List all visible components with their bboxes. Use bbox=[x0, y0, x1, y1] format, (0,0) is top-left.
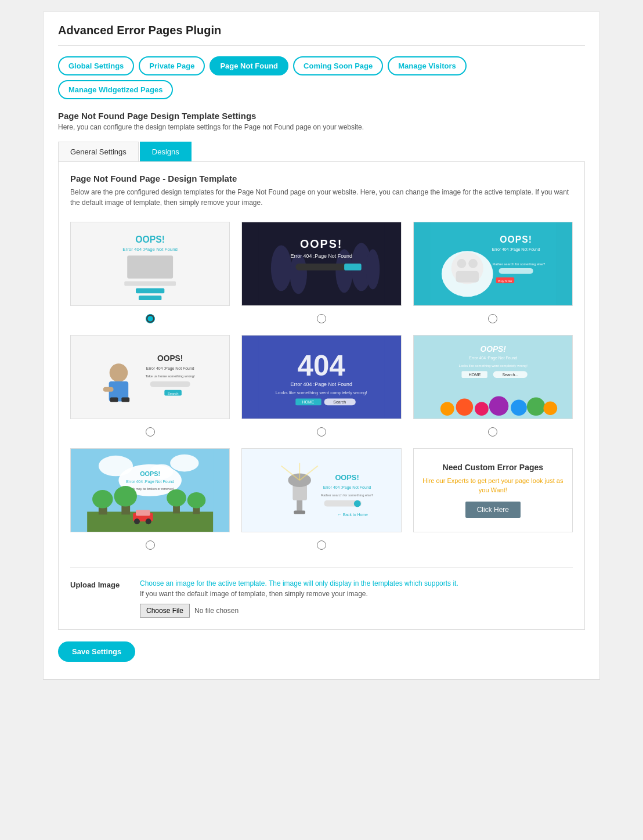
svg-point-63 bbox=[543, 401, 557, 415]
template-preview-7[interactable]: OOPS! Error 404 :Page Not Found The link… bbox=[70, 448, 230, 532]
radio-3[interactable] bbox=[488, 314, 497, 323]
svg-text:OOPS!: OOPS! bbox=[135, 235, 165, 244]
tab-global-settings[interactable]: Global Settings bbox=[58, 56, 134, 75]
svg-text:Error 404 :Page Not Found: Error 404 :Page Not Found bbox=[122, 247, 178, 252]
template-radio-1[interactable] bbox=[146, 314, 155, 323]
svg-rect-24 bbox=[456, 271, 478, 283]
template-item-8: OOPS! Error 404 :Page Not Found Rather s… bbox=[241, 448, 401, 550]
svg-point-12 bbox=[366, 249, 380, 289]
template-svg-6: OOPS! Error 404 :Page Not Found Looks li… bbox=[414, 336, 572, 419]
custom-box-title: Need Custom Error Pages bbox=[443, 463, 544, 472]
svg-text:Error 404 :Page Not Found: Error 404 :Page Not Found bbox=[469, 356, 517, 360]
radio-2[interactable] bbox=[317, 314, 326, 323]
design-template-card: Page Not Found Page - Design Template Be… bbox=[58, 161, 585, 630]
radio-6[interactable] bbox=[488, 427, 497, 437]
section-desc: Here, you can configure the design templ… bbox=[58, 123, 585, 131]
radio-8[interactable] bbox=[317, 540, 326, 550]
tab-coming-soon[interactable]: Coming Soon Page bbox=[293, 56, 383, 75]
template-item-5: 404 Error 404 :Page Not Found Looks like… bbox=[241, 335, 401, 437]
svg-point-59 bbox=[475, 402, 489, 416]
template-radio-2[interactable] bbox=[317, 314, 326, 323]
template-preview-5[interactable]: 404 Error 404 :Page Not Found Looks like… bbox=[241, 335, 401, 419]
radio-1[interactable] bbox=[146, 314, 155, 323]
svg-text:Error 404 :Page Not Found: Error 404 :Page Not Found bbox=[146, 366, 194, 371]
template-svg-8: OOPS! Error 404 :Page Not Found Rather s… bbox=[242, 449, 400, 532]
template-svg-1: OOPS! Error 404 :Page Not Found bbox=[71, 222, 229, 305]
svg-point-62 bbox=[527, 398, 546, 416]
svg-text:Looks like something went comp: Looks like something went completely wro… bbox=[458, 364, 528, 367]
svg-point-80 bbox=[187, 492, 206, 509]
template-item-custom: Need Custom Error Pages Hire our Experts… bbox=[413, 448, 573, 550]
template-svg-4: OOPS! Error 404 :Page Not Found Take us … bbox=[71, 336, 229, 419]
svg-text:Search: Search bbox=[168, 392, 179, 395]
template-preview-2[interactable]: OOPS! Error 404 :Page Not Found bbox=[241, 222, 401, 306]
template-radio-8[interactable] bbox=[317, 540, 326, 550]
tab-manage-widgetized[interactable]: Manage Widgetized Pages bbox=[58, 80, 173, 99]
svg-text:← Back to Home: ← Back to Home bbox=[338, 513, 368, 517]
template-preview-4[interactable]: OOPS! Error 404 :Page Not Found Take us … bbox=[70, 335, 230, 419]
template-radio-7[interactable] bbox=[146, 540, 155, 550]
svg-rect-15 bbox=[296, 264, 348, 271]
tab-page-not-found[interactable]: Page Not Found bbox=[209, 56, 288, 75]
svg-rect-33 bbox=[110, 398, 118, 402]
template-radio-3[interactable] bbox=[488, 314, 497, 323]
svg-text:Rather search for something el: Rather search for something else? bbox=[321, 493, 374, 497]
upload-desc2: If you want the default image of templat… bbox=[140, 590, 573, 598]
svg-rect-4 bbox=[124, 282, 176, 286]
svg-point-9 bbox=[290, 254, 308, 294]
radio-5[interactable] bbox=[317, 427, 326, 437]
template-item-3: OOPS! Error 404 :Page Not Found Rather s… bbox=[413, 222, 573, 323]
svg-text:Buy Now: Buy Now bbox=[498, 279, 512, 283]
svg-text:OOPS!: OOPS! bbox=[480, 345, 506, 354]
template-radio-6[interactable] bbox=[488, 427, 497, 437]
svg-text:Take us home something wrong!: Take us home something wrong! bbox=[146, 374, 195, 378]
svg-point-8 bbox=[271, 245, 292, 291]
custom-error-box: Need Custom Error Pages Hire our Experts… bbox=[413, 448, 573, 532]
template-radio-4[interactable] bbox=[146, 427, 155, 437]
inner-tab-general[interactable]: General Settings bbox=[58, 142, 139, 161]
choose-file-button[interactable]: Choose File bbox=[140, 604, 190, 618]
template-preview-1[interactable]: OOPS! Error 404 :Page Not Found bbox=[70, 222, 230, 306]
svg-point-22 bbox=[457, 259, 466, 268]
tab-manage-visitors[interactable]: Manage Visitors bbox=[388, 56, 466, 75]
svg-rect-82 bbox=[136, 510, 150, 516]
svg-point-58 bbox=[456, 398, 473, 416]
svg-rect-32 bbox=[103, 387, 114, 392]
radio-4[interactable] bbox=[146, 427, 155, 437]
template-preview-8[interactable]: OOPS! Error 404 :Page Not Found Rather s… bbox=[241, 448, 401, 532]
svg-point-23 bbox=[468, 259, 478, 268]
svg-point-76 bbox=[114, 486, 137, 507]
page-title: Advanced Error Pages Plugin bbox=[58, 24, 585, 46]
template-preview-6[interactable]: OOPS! Error 404 :Page Not Found Looks li… bbox=[413, 335, 573, 419]
svg-rect-3 bbox=[127, 255, 173, 278]
svg-point-97 bbox=[354, 500, 361, 507]
svg-point-66 bbox=[170, 455, 198, 472]
svg-text:Error 404 :Page Not Found: Error 404 :Page Not Found bbox=[291, 253, 352, 259]
inner-tabs: General Settings Designs bbox=[58, 142, 585, 162]
svg-rect-89 bbox=[294, 511, 306, 514]
click-here-button[interactable]: Click Here bbox=[465, 502, 521, 518]
upload-content: Choose an image for the active template.… bbox=[140, 579, 573, 618]
svg-point-78 bbox=[167, 489, 186, 507]
page-wrapper: Advanced Error Pages Plugin Global Setti… bbox=[43, 12, 600, 680]
card-desc: Below are the pre configured design temp… bbox=[70, 187, 573, 208]
upload-desc1: Choose an image for the active template.… bbox=[140, 579, 573, 587]
tab-private-page[interactable]: Private Page bbox=[139, 56, 205, 75]
svg-rect-34 bbox=[121, 398, 129, 402]
upload-section: Upload Image Choose an image for the act… bbox=[70, 567, 573, 618]
svg-text:Error 404 :Page Not Found: Error 404 :Page Not Found bbox=[126, 480, 174, 484]
svg-rect-16 bbox=[344, 264, 362, 271]
radio-7[interactable] bbox=[146, 540, 155, 550]
save-settings-button[interactable]: Save Settings bbox=[58, 641, 135, 662]
svg-text:OOPS!: OOPS! bbox=[335, 473, 359, 482]
template-radio-5[interactable] bbox=[317, 427, 326, 437]
template-svg-3: OOPS! Error 404 :Page Not Found Rather s… bbox=[414, 222, 572, 305]
upload-label: Upload Image bbox=[70, 579, 128, 618]
template-preview-3[interactable]: OOPS! Error 404 :Page Not Found Rather s… bbox=[413, 222, 573, 306]
svg-point-57 bbox=[440, 402, 454, 416]
inner-tab-designs[interactable]: Designs bbox=[140, 142, 192, 161]
svg-rect-5 bbox=[136, 288, 164, 293]
svg-rect-88 bbox=[297, 500, 303, 512]
svg-text:HOME: HOME bbox=[302, 400, 315, 404]
template-item-7: OOPS! Error 404 :Page Not Found The link… bbox=[70, 448, 230, 550]
